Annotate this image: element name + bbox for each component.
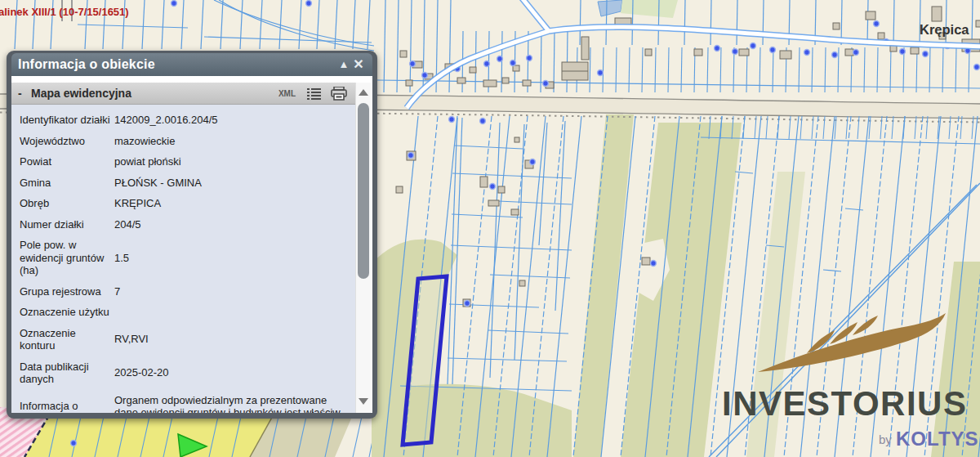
logo-wordmark: INVESTORIUS bbox=[722, 384, 967, 423]
section-collapse-toggle[interactable]: - bbox=[18, 87, 31, 100]
attribute-row: Oznaczenie użytku bbox=[20, 302, 350, 323]
attribute-row: GminaPŁOŃSK - GMINA bbox=[20, 172, 350, 194]
panel-titlebar[interactable]: Informacja o obiekcie ▲ ✕ bbox=[11, 53, 372, 76]
close-panel-icon[interactable]: ✕ bbox=[351, 57, 366, 72]
section-title: Mapa ewidencyjna bbox=[31, 87, 278, 100]
panel-title: Informacja o obiekcie bbox=[18, 57, 336, 72]
object-info-panel: Informacja o obiekcie ▲ ✕ - Mapa ewidenc… bbox=[7, 51, 377, 419]
panel-scrollbar[interactable] bbox=[355, 83, 371, 413]
xml-export-button[interactable]: XML bbox=[278, 89, 296, 98]
panel-content: - Mapa ewidencyjna XML bbox=[11, 76, 372, 413]
attribute-row: Data publikacji danych2025-02-20 bbox=[20, 356, 350, 390]
print-icon[interactable] bbox=[331, 87, 347, 101]
logo-brand: KOLTYS. bbox=[896, 428, 980, 450]
attribute-row: Numer działki204/5 bbox=[20, 214, 350, 235]
attribute-row: Oznaczenie konturuRV,RVI bbox=[20, 323, 350, 356]
map-viewer: balinek XIII/1 (10-7/15/1651) Krępica IN… bbox=[0, 0, 980, 457]
scrollbar-thumb[interactable] bbox=[358, 103, 369, 279]
attribute-row: Informacja oOrganem odpowiedzialnym za p… bbox=[20, 390, 350, 414]
attribute-list: Identyfikator działki142009_2.0016.204/5… bbox=[11, 105, 355, 413]
attribute-row: Grupa rejestrowa7 bbox=[20, 281, 350, 302]
attribute-row: ObrębKRĘPICA bbox=[20, 193, 350, 214]
attribute-row: Pole pow. w ewidencji gruntów (ha)1.5 bbox=[20, 235, 350, 281]
attribute-row: Powiatpowiat płoński bbox=[20, 151, 350, 172]
collapse-panel-icon[interactable]: ▲ bbox=[336, 57, 351, 72]
attribute-row: Identyfikator działki142009_2.0016.204/5 bbox=[20, 110, 350, 131]
section-header: - Mapa ewidencyjna XML bbox=[11, 83, 355, 105]
map-sheet-label: balinek XIII/1 (10-7/15/1651) bbox=[0, 6, 129, 18]
place-label: Krępica bbox=[920, 22, 969, 37]
scroll-down-icon[interactable] bbox=[359, 398, 368, 405]
scroll-up-icon[interactable] bbox=[359, 89, 368, 96]
list-view-icon[interactable] bbox=[307, 87, 321, 100]
logo-by: by bbox=[879, 432, 892, 446]
attribute-row: Województwomazowieckie bbox=[20, 131, 350, 152]
